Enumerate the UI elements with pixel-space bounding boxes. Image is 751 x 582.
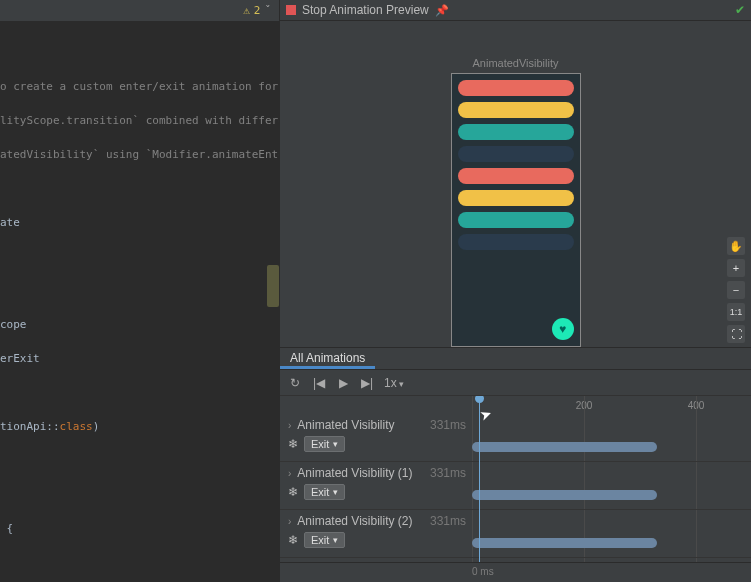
state-dropdown[interactable]: Exit▾ [304, 436, 345, 452]
timeline[interactable]: 200 400 600 800 1000 ➤ › [280, 396, 751, 562]
time-display: 0 ms [472, 566, 494, 577]
loop-button[interactable]: ↻ [288, 376, 302, 390]
freeze-icon[interactable]: ❄ [288, 533, 298, 547]
stop-icon[interactable] [286, 5, 296, 15]
playhead[interactable] [479, 396, 480, 562]
go-end-button[interactable]: ▶| [360, 376, 374, 390]
animation-tabs: All Animations [280, 348, 751, 370]
editor-top-bar: ⚠ 2 ˇ [0, 0, 279, 21]
fab-heart[interactable]: ♥ [552, 318, 574, 340]
go-start-button[interactable]: |◀ [312, 376, 326, 390]
freeze-icon[interactable]: ❄ [288, 437, 298, 451]
preview-bar [458, 146, 574, 162]
editor-scrollbar-thumb[interactable] [267, 265, 279, 307]
code-body[interactable]: o create a custom enter/exit animation f… [0, 21, 279, 582]
comment: o create a custom enter/exit animation f… [0, 80, 279, 93]
timeline-footer: 0 ms [280, 562, 751, 582]
device-label: AnimatedVisibility [472, 57, 558, 69]
freeze-icon[interactable]: ❄ [288, 485, 298, 499]
expand-icon[interactable]: › [288, 516, 291, 527]
track-duration: 331ms [430, 418, 466, 432]
track-clip[interactable] [472, 490, 657, 500]
track-row: › Animated Visibility 331ms ❄ Exit▾ [280, 414, 751, 462]
status-ok-icon: ✔ [735, 3, 745, 17]
play-button[interactable]: ▶ [336, 376, 350, 390]
tracks: › Animated Visibility 331ms ❄ Exit▾ [280, 414, 751, 562]
comment: lityScope.transition` combined with diff… [0, 114, 279, 127]
preview-bar [458, 80, 574, 96]
playback-controls: ↻ |◀ ▶ ▶| 1x▾ [280, 370, 751, 396]
track-clip[interactable] [472, 538, 657, 548]
preview-bar [458, 212, 574, 228]
track-name: Animated Visibility [297, 418, 394, 432]
speed-dropdown[interactable]: 1x▾ [384, 376, 404, 390]
preview-side-tools: ✋ + − 1:1 ⛶ [727, 237, 745, 343]
preview-bar [458, 124, 574, 140]
preview-bar [458, 190, 574, 206]
track-clip[interactable] [472, 442, 657, 452]
preview-surface[interactable]: AnimatedVisibility ♥ ✋ + − 1:1 ⛶ [280, 21, 751, 347]
preview-bar [458, 234, 574, 250]
zoom-fit-icon[interactable]: ⛶ [727, 325, 745, 343]
state-dropdown[interactable]: Exit▾ [304, 484, 345, 500]
inspection-count: 2 [254, 2, 261, 19]
preview-bar [458, 168, 574, 184]
expand-icon[interactable]: › [288, 468, 291, 479]
zoom-out[interactable]: − [727, 281, 745, 299]
track-name: Animated Visibility (2) [297, 514, 412, 528]
pan-tool[interactable]: ✋ [727, 237, 745, 255]
preview-bar [458, 102, 574, 118]
inspection-chevron-icon[interactable]: ˇ [264, 2, 271, 19]
warning-icon[interactable]: ⚠ [243, 2, 250, 19]
state-dropdown[interactable]: Exit▾ [304, 532, 345, 548]
tab-all-animations[interactable]: All Animations [280, 348, 375, 369]
track-row: › Animated Visibility (1) 331ms ❄ Exit▾ [280, 462, 751, 510]
comment: atedVisibility` using `Modifier.animateE… [0, 148, 279, 161]
animation-panel: All Animations ↻ |◀ ▶ ▶| 1x▾ 200 400 600… [280, 347, 751, 582]
preview-toolbar: Stop Animation Preview 📌 ✔ [280, 0, 751, 21]
pin-icon[interactable]: 📌 [435, 4, 449, 17]
code-editor[interactable]: ⚠ 2 ˇ o create a custom enter/exit anima… [0, 0, 279, 582]
toolbar-title[interactable]: Stop Animation Preview [302, 3, 429, 17]
right-pane: Stop Animation Preview 📌 ✔ AnimatedVisib… [279, 0, 751, 582]
zoom-1-1[interactable]: 1:1 [727, 303, 745, 321]
device-frame: ♥ [451, 73, 581, 347]
track-name: Animated Visibility (1) [297, 466, 412, 480]
track-duration: 331ms [430, 466, 466, 480]
zoom-in[interactable]: + [727, 259, 745, 277]
expand-icon[interactable]: › [288, 420, 291, 431]
track-duration: 331ms [430, 514, 466, 528]
track-row: › Animated Visibility (2) 331ms ❄ Exit▾ [280, 510, 751, 558]
